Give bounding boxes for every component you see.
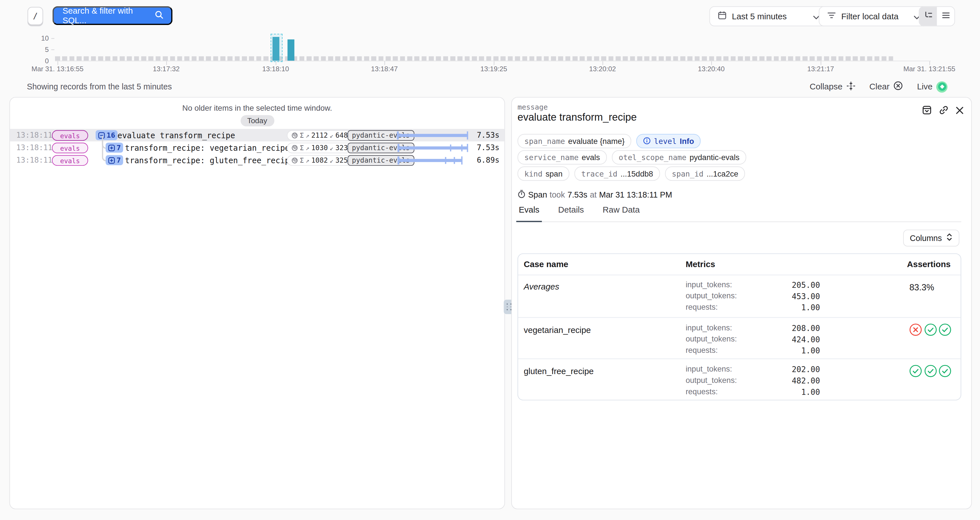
tokens-sent-arrow-icon: ↗: [306, 132, 309, 139]
calendar-icon: [718, 11, 727, 22]
metric-label: requests:: [686, 303, 718, 312]
span-name-pill[interactable]: span_name evaluate {name}: [517, 134, 632, 148]
records-histogram[interactable]: [55, 37, 931, 61]
clear-button[interactable]: Clear: [869, 81, 904, 93]
chevron-down-icon: [813, 12, 819, 21]
level-pill[interactable]: level Info: [636, 134, 701, 148]
search-button-label: Search & filter with SQL...: [62, 6, 154, 25]
attr-key: service_name: [524, 153, 579, 162]
filter-local-data-dropdown[interactable]: Filter local data: [819, 6, 928, 26]
x-tickmark: [275, 61, 276, 65]
service-tag-badge[interactable]: evals: [52, 130, 88, 140]
trace-row-child[interactable]: 13:18:11 evals 7 transform_recipe: glute…: [10, 154, 504, 166]
assertion-pass-icon[interactable]: [909, 365, 922, 380]
otel-scope-name-pill[interactable]: otel_scope_name pydantic-evals: [612, 150, 746, 164]
span-name: evaluate transform_recipe: [118, 131, 235, 140]
x-tickmark: [166, 61, 167, 65]
token-usage-pill[interactable]: Σ ↗ 2112 ↙ 648: [287, 130, 352, 140]
trace-row-root[interactable]: 13:18:11 evals 16 evaluate transform_rec…: [10, 129, 504, 141]
live-toggle[interactable]: Live: [917, 81, 947, 92]
span-duration: 7.53s: [477, 144, 500, 152]
assertions-percent: 83.3%: [909, 282, 934, 292]
assertion-pass-icon[interactable]: [939, 324, 951, 339]
span-detail-panel: message evaluate transform_recipe span_n…: [511, 97, 972, 509]
coin-icon: [291, 145, 298, 151]
chart-x-tick: Mar 31. 13:21:55: [883, 65, 976, 72]
eval-row-gluten-free-recipe[interactable]: gluten_free_recipe input_tokens:202.00 o…: [518, 359, 961, 400]
eval-row-vegetarian-recipe[interactable]: vegetarian_recipe input_tokens:208.00 ou…: [518, 317, 961, 359]
tab-raw-data[interactable]: Raw Data: [601, 204, 641, 222]
assertion-results: [909, 324, 951, 339]
filter-value: Filter local data: [842, 12, 899, 21]
filter-icon: [827, 11, 836, 22]
collapse-button[interactable]: Collapse: [810, 81, 856, 92]
assertion-fail-icon[interactable]: [909, 324, 922, 339]
span-name: transform_recipe: gluten_free_recipe: [125, 156, 294, 165]
assertion-pass-icon[interactable]: [939, 365, 951, 380]
service-name-pill[interactable]: service_name evals: [517, 150, 607, 164]
attr-value: ...1ca2ce: [706, 169, 738, 178]
timing-word: took: [550, 190, 565, 199]
open-in-drawer-icon[interactable]: [922, 105, 932, 118]
eval-row-averages[interactable]: Averages input_tokens:205.00 output_toke…: [518, 275, 961, 317]
tokens-sent-arrow-icon: ↗: [306, 157, 309, 164]
close-icon[interactable]: [956, 105, 964, 117]
metric-value: 424.00: [792, 335, 820, 344]
attr-key: level: [654, 137, 676, 146]
span-duration: 6.89s: [477, 156, 500, 164]
app-root: / Search & filter with SQL... Last 5 min…: [0, 0, 980, 520]
tab-details[interactable]: Details: [557, 204, 585, 222]
evals-table-header: Case name Metrics Assertions: [518, 254, 961, 275]
metric-label: output_tokens:: [686, 292, 737, 300]
metric-label: input_tokens:: [686, 324, 732, 332]
sigma-symbol: Σ: [300, 157, 304, 164]
assertion-pass-icon[interactable]: [924, 324, 937, 339]
service-tag-badge[interactable]: evals: [52, 155, 88, 166]
tokens-received: 323: [336, 144, 348, 152]
attribute-pill-row-2: service_name evals otel_scope_name pydan…: [517, 150, 746, 164]
attr-value: pydantic-evals: [690, 153, 740, 162]
clear-label: Clear: [869, 82, 889, 91]
attr-value: ...15ddb8: [620, 169, 653, 178]
span-duration-bar[interactable]: [397, 134, 468, 137]
tokens-received-arrow-icon: ↙: [330, 157, 334, 164]
service-tag-badge[interactable]: evals: [52, 143, 88, 153]
collapse-vertical-icon: [846, 81, 856, 92]
search-button[interactable]: Search & filter with SQL...: [52, 6, 172, 25]
trace-id-pill[interactable]: trace_id ...15ddb8: [574, 166, 660, 181]
attr-value: evaluate {name}: [568, 137, 625, 146]
metrics-block: input_tokens:205.00 output_tokens:453.00…: [686, 280, 820, 314]
assertion-pass-icon[interactable]: [924, 365, 937, 380]
span-id-pill[interactable]: span_id ...1ca2ce: [665, 166, 745, 181]
metrics-block: input_tokens:202.00 output_tokens:482.00…: [686, 365, 820, 399]
tab-evals[interactable]: Evals: [517, 204, 541, 222]
token-usage-pill[interactable]: Σ ↗ 1082 ↙ 325: [287, 155, 352, 166]
columns-button[interactable]: Columns: [903, 230, 959, 247]
y-gridtick: [51, 49, 54, 50]
metric-label: requests:: [686, 387, 718, 396]
detail-title: evaluate transform_recipe: [517, 111, 636, 123]
span-duration-bar[interactable]: [398, 147, 468, 150]
tokens-sent-arrow-icon: ↗: [306, 145, 309, 151]
list-view-toggle[interactable]: [937, 7, 955, 26]
timing-duration: 7.53s: [567, 190, 587, 199]
status-actions: Collapse Clear Live: [810, 81, 947, 93]
expand-children-toggle[interactable]: 7: [105, 155, 123, 165]
token-usage-pill[interactable]: Σ ↗ 1030 ↙ 323: [287, 143, 352, 153]
tokens-received-arrow-icon: ↙: [330, 132, 334, 139]
tree-view-icon: [924, 10, 933, 22]
chart-y-tick-5: 5: [25, 46, 49, 53]
timing-timestamp: Mar 31 13:18:11 PM: [599, 190, 672, 199]
copy-link-icon[interactable]: [939, 105, 949, 118]
histogram-bar[interactable]: [288, 39, 294, 61]
metric-label: requests:: [686, 346, 718, 355]
attribute-pill-row-1: span_name evaluate {name} level Info: [517, 134, 701, 148]
span-duration-bar[interactable]: [398, 159, 463, 162]
chevrons-up-down-icon: [946, 233, 953, 243]
time-selection-brush[interactable]: [270, 34, 282, 62]
time-range-dropdown[interactable]: Last 5 minutes: [710, 6, 828, 26]
sigma-symbol: Σ: [300, 145, 304, 151]
trace-row-child[interactable]: 13:18:11 evals 7 transform_recipe: veget…: [10, 141, 504, 154]
tree-view-toggle[interactable]: [919, 7, 937, 26]
kind-pill[interactable]: kind span: [517, 166, 570, 181]
